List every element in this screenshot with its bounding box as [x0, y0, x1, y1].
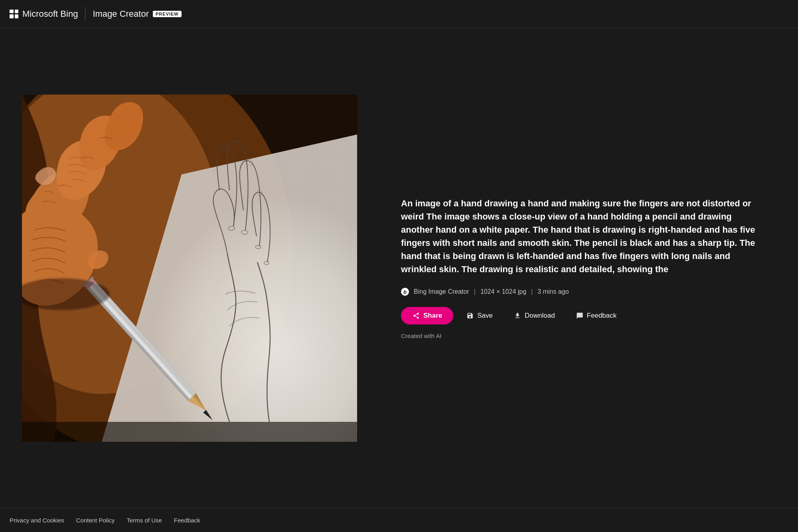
generated-image [22, 95, 357, 442]
svg-rect-21 [22, 422, 357, 442]
preview-badge: PREVIEW [153, 11, 182, 17]
download-button[interactable]: Download [506, 307, 563, 324]
feedback-label: Feedback [587, 312, 617, 320]
share-icon [412, 312, 420, 320]
logo-area: Microsoft Bing [10, 9, 78, 19]
save-label: Save [477, 312, 493, 320]
bing-grid-icon [10, 10, 18, 18]
save-button[interactable]: Save [458, 307, 501, 324]
image-description: An image of a hand drawing a hand and ma… [401, 197, 766, 276]
meta-source: Bing Image Creator [414, 288, 469, 295]
meta-dimensions: 1024 × 1024 jpg [480, 288, 526, 295]
image-container [22, 95, 357, 442]
download-icon [514, 312, 521, 320]
main-content: An image of a hand drawing a hand and ma… [0, 28, 798, 508]
app-name: Image Creator [93, 9, 149, 19]
share-button[interactable]: Share [401, 307, 453, 324]
bing-b-icon: b [401, 288, 409, 296]
feedback-icon [576, 312, 584, 320]
meta-row: b Bing Image Creator | 1024 × 1024 jpg |… [401, 288, 766, 296]
header-divider [85, 7, 85, 21]
save-icon [466, 312, 474, 320]
footer-content-policy-link[interactable]: Content Policy [76, 517, 115, 524]
header: Microsoft Bing Image Creator PREVIEW [0, 0, 798, 28]
footer-feedback-link[interactable]: Feedback [174, 517, 200, 524]
download-label: Download [525, 312, 555, 320]
share-label: Share [423, 312, 442, 320]
bing-label: Microsoft Bing [22, 9, 78, 19]
right-panel: An image of a hand drawing a hand and ma… [369, 28, 798, 508]
footer: Privacy and Cookies Content Policy Terms… [0, 508, 798, 532]
created-with-ai-label: Created with AI [401, 332, 766, 339]
footer-privacy-link[interactable]: Privacy and Cookies [10, 517, 64, 524]
feedback-button[interactable]: Feedback [568, 307, 625, 324]
action-buttons: Share Save Download [401, 307, 766, 324]
meta-sep2: | [531, 288, 533, 295]
footer-terms-link[interactable]: Terms of Use [126, 517, 162, 524]
meta-sep1: | [474, 288, 476, 295]
meta-time: 3 mins ago [537, 288, 569, 295]
image-area [0, 28, 369, 508]
